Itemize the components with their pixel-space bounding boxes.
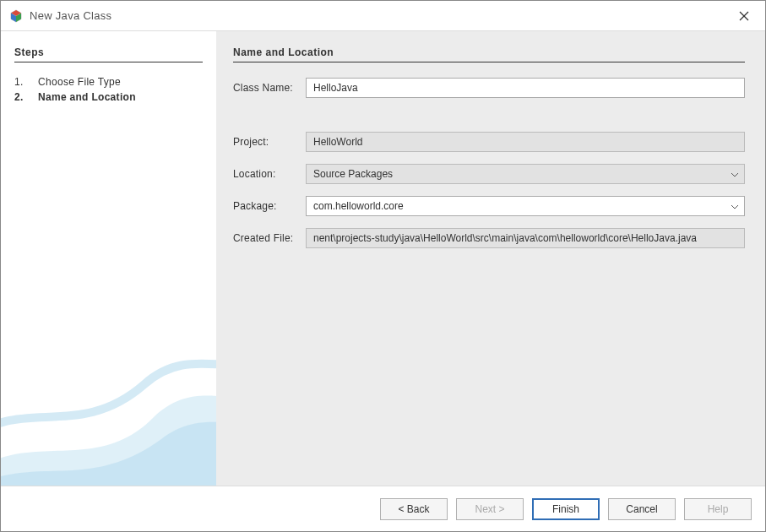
dropdown-location[interactable]: Source Packages (306, 164, 745, 184)
dropdown-location-value: Source Packages (313, 168, 393, 180)
steps-heading: Steps (14, 46, 203, 58)
finish-button[interactable]: Finish (532, 498, 600, 520)
step-label: Name and Location (38, 91, 136, 103)
step-choose-file-type: 1. Choose File Type (14, 74, 203, 90)
row-created-file: Created File: nent\projects-study\java\H… (233, 228, 745, 248)
step-number: 1. (14, 76, 26, 88)
steps-list: 1. Choose File Type 2. Name and Location (14, 74, 203, 105)
chevron-down-icon (731, 200, 739, 212)
titlebar: New Java Class (1, 1, 765, 31)
label-created-file: Created File: (233, 232, 306, 244)
app-icon (9, 9, 23, 23)
main-rule (233, 62, 745, 62)
input-class-name[interactable] (306, 78, 745, 98)
combobox-package-value: com.helloworld.core (313, 200, 404, 212)
cancel-button[interactable]: Cancel (608, 498, 676, 520)
wizard-window: New Java Class Steps 1. Choose File Type… (0, 0, 766, 532)
help-button: Help (684, 498, 752, 520)
field-created-file: nent\projects-study\java\HelloWorld\src\… (306, 228, 745, 248)
next-button: Next > (456, 498, 524, 520)
wizard-content: Steps 1. Choose File Type 2. Name and Lo… (1, 31, 765, 486)
label-class-name: Class Name: (233, 82, 306, 94)
step-label: Choose File Type (38, 76, 121, 88)
row-package: Package: com.helloworld.core (233, 196, 745, 216)
main-heading: Name and Location (233, 46, 745, 58)
wizard-footer: < Back Next > Finish Cancel Help (1, 486, 765, 531)
row-class-name: Class Name: (233, 78, 745, 98)
row-location: Location: Source Packages (233, 164, 745, 184)
steps-rule (14, 62, 203, 62)
step-number: 2. (14, 91, 26, 103)
steps-sidebar: Steps 1. Choose File Type 2. Name and Lo… (1, 31, 216, 486)
close-icon (739, 11, 749, 21)
step-name-and-location: 2. Name and Location (14, 90, 203, 105)
label-location: Location: (233, 168, 306, 180)
combobox-package[interactable]: com.helloworld.core (306, 196, 745, 216)
main-panel: Name and Location Class Name: Project: H… (216, 31, 765, 486)
decorative-wave (1, 342, 216, 486)
close-button[interactable] (731, 3, 757, 29)
field-project: HelloWorld (306, 132, 745, 152)
row-project: Project: HelloWorld (233, 132, 745, 152)
back-button[interactable]: < Back (380, 498, 448, 520)
label-package: Package: (233, 200, 306, 212)
window-title: New Java Class (30, 9, 731, 22)
chevron-down-icon (731, 168, 739, 180)
label-project: Project: (233, 136, 306, 148)
